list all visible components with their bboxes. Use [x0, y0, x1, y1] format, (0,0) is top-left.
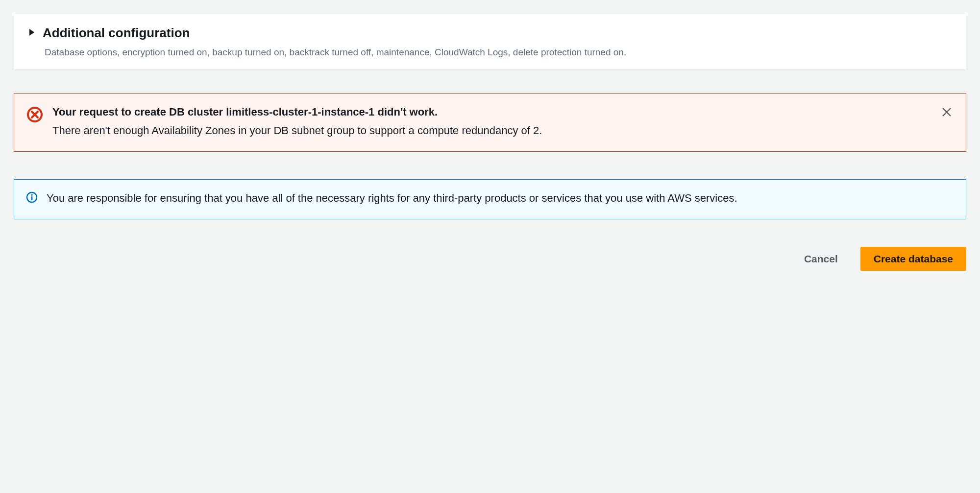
- svg-point-7: [31, 194, 32, 196]
- error-alert-text: There aren't enough Availability Zones i…: [52, 123, 931, 139]
- create-database-button[interactable]: Create database: [860, 247, 966, 271]
- additional-configuration-header[interactable]: Additional configuration: [28, 25, 952, 42]
- error-icon: [26, 106, 44, 123]
- cancel-button[interactable]: Cancel: [791, 247, 851, 270]
- svg-marker-0: [29, 29, 34, 36]
- error-alert-body: Your request to create DB cluster limitl…: [52, 105, 931, 139]
- info-alert: You are responsible for ensuring that yo…: [14, 179, 966, 219]
- error-alert-dismiss-button[interactable]: [939, 105, 954, 119]
- error-alert-title: Your request to create DB cluster limitl…: [52, 105, 931, 120]
- error-alert: Your request to create DB cluster limitl…: [14, 94, 966, 152]
- svg-rect-8: [31, 196, 33, 200]
- info-alert-body: You are responsible for ensuring that yo…: [47, 190, 954, 206]
- caret-right-icon: [28, 28, 36, 37]
- info-alert-text: You are responsible for ensuring that yo…: [47, 190, 954, 206]
- additional-configuration-panel: Additional configuration Database option…: [14, 14, 966, 70]
- close-icon: [941, 107, 952, 117]
- info-icon: [26, 191, 38, 203]
- additional-configuration-title: Additional configuration: [43, 25, 190, 42]
- additional-configuration-subtitle: Database options, encryption turned on, …: [45, 46, 952, 59]
- action-row: Cancel Create database: [14, 247, 966, 271]
